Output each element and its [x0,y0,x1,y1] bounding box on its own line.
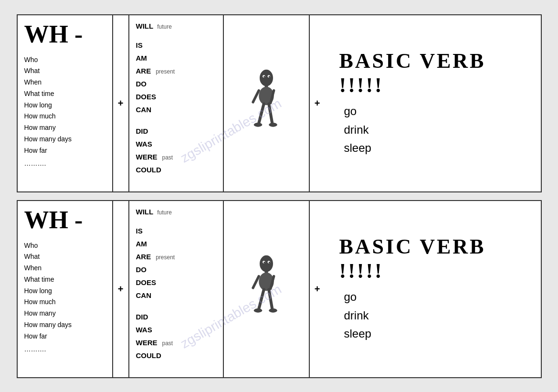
verbs-column: WILL future ISAMAREpresentDODOESCAN DIDW… [128,15,224,191]
future-sublabel: future [157,23,172,30]
wh-list-item: How long [24,100,105,111]
basic-verb-title: BASIC VERB !!!!! [339,234,526,283]
past-verb-item: WAS [136,323,216,336]
wh-column: WH - WhoWhatWhenWhat timeHow longHow muc… [18,15,113,191]
future-label: WILL [136,208,154,216]
present-verb-item: IS [136,39,216,52]
svg-line-16 [253,276,259,288]
present-verb-item: IS [136,224,216,237]
plus-sign-2: + [310,15,325,191]
svg-line-3 [253,91,259,103]
svg-line-5 [259,104,264,123]
verbs-column: WILL future ISAMAREpresentDODOESCAN DIDW… [128,201,224,377]
wh-list: WhoWhatWhenWhat timeHow longHow muchHow … [24,240,105,342]
wh-list-item: When [24,263,105,274]
svg-point-0 [260,70,273,86]
past-verb-item: DID [136,310,216,323]
past-verb-item: WEREpast [136,336,216,349]
plus-sign-1: + [113,15,128,191]
wh-list-item: What [24,65,105,77]
wh-list-item: How many [24,122,105,134]
basic-verb-item: go [344,102,526,120]
wh-list-item: When [24,77,105,88]
wh-title: WH - [24,22,105,47]
svg-point-21 [269,308,277,313]
wh-list-item: How much [24,111,105,122]
svg-point-24 [263,262,265,263]
basic-verb-column: BASIC VERB !!!!! godrinksleep [325,15,541,191]
svg-point-13 [260,255,273,272]
svg-point-7 [253,123,262,127]
future-sublabel: future [157,209,172,216]
present-section: ISAMAREpresentDODOESCAN [136,39,216,116]
wh-list-item: Who [24,240,105,252]
wh-ellipsis: ………. [24,345,105,353]
present-verbs-list: ISAMAREpresentDODOESCAN [136,224,216,302]
wh-list-item: How far [24,331,105,342]
basic-verb-title: BASIC VERB !!!!! [339,49,526,97]
basic-verb-column: BASIC VERB !!!!! godrinksleep [325,201,541,377]
wh-list-item: How far [24,145,105,157]
present-verbs-list: ISAMAREpresentDODOESCAN [136,39,216,116]
future-section: WILL future [136,208,216,216]
basic-verb-item: sleep [344,139,526,157]
wh-list-item: Who [24,54,105,66]
plus-sign-2: + [310,201,325,377]
figure-image [250,66,283,140]
wh-list-item: How many days [24,319,105,331]
card-2: WH - WhoWhatWhenWhat timeHow longHow muc… [17,200,542,378]
present-verb-item: AM [136,237,216,250]
figure-image [250,252,283,326]
wh-list-item: How much [24,297,105,308]
future-section: WILL future [136,22,216,30]
present-verb-item: DOES [136,276,216,289]
svg-point-25 [268,262,270,263]
basic-verb-item: drink [344,121,526,139]
svg-point-20 [253,308,262,313]
wh-list-item: How many days [24,134,105,145]
svg-line-6 [269,104,272,123]
svg-point-12 [268,76,270,77]
past-section: DIDWASWEREpastCOULD [136,310,216,362]
present-verb-item: DO [136,263,216,276]
past-section: DIDWASWEREpastCOULD [136,125,216,176]
past-verb-item: COULD [136,163,216,176]
plus-sign-1: + [113,201,128,377]
figure-column [224,15,310,191]
basic-verb-item: drink [344,307,526,325]
basic-verb-item: sleep [344,325,526,343]
svg-line-19 [269,290,272,309]
present-verb-item: DO [136,77,216,90]
wh-list-item: How many [24,308,105,319]
past-verb-item: COULD [136,349,216,362]
present-section: ISAMAREpresentDODOESCAN [136,224,216,302]
card-1: WH - WhoWhatWhenWhat timeHow longHow muc… [17,14,542,192]
svg-point-11 [263,76,265,77]
svg-line-18 [259,290,264,309]
future-label: WILL [136,22,154,30]
wh-ellipsis: ………. [24,159,105,167]
present-verb-item: AREpresent [136,250,216,263]
basic-verbs-list: godrinksleep [344,288,526,343]
svg-point-8 [269,123,277,127]
past-verb-item: DID [136,125,216,138]
wh-list-item: How long [24,286,105,297]
figure-column [224,201,310,377]
past-verb-item: WAS [136,138,216,150]
wh-list-item: What time [24,88,105,100]
past-verb-item: WEREpast [136,150,216,163]
present-verb-item: AM [136,52,216,64]
basic-verb-item: go [344,288,526,306]
present-verb-item: CAN [136,103,216,116]
basic-verbs-list: godrinksleep [344,102,526,157]
wh-column: WH - WhoWhatWhenWhat timeHow longHow muc… [18,201,113,377]
present-verb-item: DOES [136,90,216,103]
wh-list: WhoWhatWhenWhat timeHow longHow muchHow … [24,54,105,157]
past-verbs-list: DIDWASWEREpastCOULD [136,310,216,362]
past-verbs-list: DIDWASWEREpastCOULD [136,125,216,176]
present-verb-item: CAN [136,289,216,302]
present-verb-item: AREpresent [136,64,216,77]
wh-list-item: What time [24,274,105,286]
wh-list-item: What [24,251,105,263]
wh-title: WH - [24,208,105,233]
